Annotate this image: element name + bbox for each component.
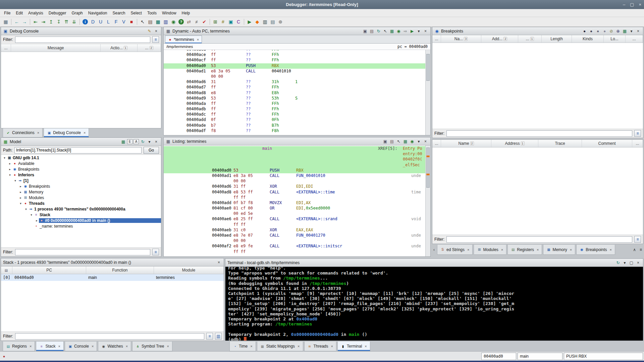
tab-console[interactable]: ▣Console× <box>65 342 97 351</box>
clear-icon[interactable]: ✎ <box>147 28 152 34</box>
terminal-body[interactable]: For help, type "help".Type "apropos word… <box>225 267 643 341</box>
tab-debug-console[interactable]: ▣Debug Console× <box>44 128 89 137</box>
copy-icon[interactable]: ▣ <box>362 28 368 34</box>
info-icon[interactable]: i <box>83 19 88 24</box>
model-tree[interactable]: ▾▣GNU gdb 14.1▸●Available▸◉Breakpoints▾●… <box>1 155 161 247</box>
close-icon[interactable]: × <box>126 344 128 348</box>
book-icon[interactable]: ▥ <box>261 18 269 25</box>
disasm-row[interactable]: 00400ad953??53hS <box>164 96 430 101</box>
listing-row[interactable]: 00400ad631 ffXOREDI,EDI <box>164 184 430 189</box>
menu-tools[interactable]: Tools <box>145 10 159 16</box>
paste-icon[interactable]: ▤ <box>369 28 375 34</box>
make-effective-icon[interactable]: ● <box>602 28 607 34</box>
debug-console-header[interactable]: ▣ Debug Console ✎× <box>1 27 161 35</box>
disasm-row-continuation[interactable]: 00 00 <box>164 74 430 79</box>
select-icon[interactable]: ↖ <box>139 18 146 25</box>
close-icon[interactable]: × <box>37 131 39 135</box>
disasm-row[interactable]: 00400adaff??FFh <box>164 101 430 107</box>
stack-body[interactable]: [0]00400ad0maintermmines <box>1 274 224 331</box>
close-icon[interactable]: × <box>30 344 32 348</box>
close-icon[interactable]: × <box>250 344 252 348</box>
column-header-5[interactable]: Kinds <box>572 35 604 43</box>
stack-header[interactable]: Stack - 1 process 4930 "termmines" 0x000… <box>1 258 224 266</box>
tree-node[interactable]: •_name: termmines <box>1 223 161 229</box>
listing-row-continuation[interactable]: ff ff <box>164 195 430 200</box>
menu-select[interactable]: Select <box>128 10 145 16</box>
stop-icon[interactable]: ■ <box>128 18 135 25</box>
tree-node-content[interactable]: ◉Breakpoints <box>12 167 41 172</box>
refresh-icon[interactable]: ↻ <box>615 260 621 265</box>
chevron-right-icon[interactable]: ▸ <box>35 219 39 222</box>
listing-row[interactable]: 00400ad8e8 53 ffCALL<EXTERNAL>::timetime <box>164 190 430 195</box>
menu-search[interactable]: Search <box>110 10 128 16</box>
compiler-icon[interactable]: C <box>235 18 242 25</box>
menu-down-icon[interactable]: ▾ <box>629 28 634 34</box>
copy-icon[interactable]: ▣ <box>382 139 388 144</box>
column-header-1[interactable]: Na...3 <box>441 35 481 43</box>
filter-input[interactable] <box>15 249 150 255</box>
tab-stack[interactable]: ≡Stack× <box>36 342 63 351</box>
disasm-row[interactable]: 00400acfff??FFh <box>164 58 430 63</box>
filter-options-button[interactable]: ≡ <box>152 249 159 255</box>
tree-node[interactable]: ▾≡Stack <box>1 212 161 218</box>
edit-a-icon[interactable]: A <box>133 139 139 144</box>
tab-terminal[interactable]: ▮Terminal× <box>337 342 370 351</box>
layout-icon[interactable]: ▤ <box>269 18 276 25</box>
tab-watches[interactable]: ◉Watches× <box>98 342 131 351</box>
tree-node-content[interactable]: ▦Memory <box>23 190 45 194</box>
close-icon[interactable]: × <box>570 248 572 252</box>
disasm-row[interactable]: 00400adcff??FFh <box>164 112 430 117</box>
table-view-icon[interactable]: ▦ <box>154 18 162 25</box>
column-header-2[interactable]: Actio...1 <box>101 44 138 52</box>
tab-list-icon[interactable]: ≡ <box>638 245 643 255</box>
column-header-2[interactable]: Address1 <box>491 140 538 147</box>
chevron-right-icon[interactable]: ▸ <box>18 185 23 188</box>
disasm-row[interactable]: 00400ad7ff??FFh <box>164 85 430 90</box>
scrollbar-thumb[interactable] <box>426 54 430 81</box>
tree-node[interactable]: ▾●Inferiors <box>1 172 161 178</box>
follow-icon[interactable]: ⇨ <box>402 28 408 34</box>
tab-registers[interactable]: ▤Registers× <box>507 245 542 255</box>
tab-symbol-tree[interactable]: ⋔Symbol Tree× <box>132 342 172 351</box>
disasm-row[interactable]: 00400adeb7??B7h <box>164 123 430 128</box>
listing-row[interactable]: 00400aeb31 c0XOREAX,EAX <box>164 228 430 233</box>
scrollbar[interactable] <box>425 50 430 135</box>
nav-forward-icon[interactable]: → <box>21 18 28 25</box>
menu-file[interactable]: File <box>1 10 13 16</box>
close-icon[interactable]: × <box>610 248 612 252</box>
tab-modules[interactable]: ⊞Modules× <box>474 245 506 255</box>
column-config-button[interactable]: ▥ <box>215 333 222 340</box>
menu-down-icon[interactable]: ▾ <box>416 28 422 34</box>
tab-threads[interactable]: ≋Threads× <box>304 342 336 351</box>
listing-header[interactable]: ▦ Listing: termmines ▣▤↖▦◉▾× <box>164 137 430 145</box>
column-header-0[interactable]: ... <box>1 44 11 52</box>
tab-connections[interactable]: ✔Connections× <box>3 128 43 137</box>
disasm-row[interactable]: 00400ad8e8??E8h <box>164 90 430 96</box>
snapshot-icon[interactable]: ◉ <box>396 28 401 34</box>
nav-back-icon[interactable]: ← <box>13 18 20 25</box>
menu-navigation[interactable]: Navigation <box>86 10 110 16</box>
select-icon[interactable]: ↖ <box>396 139 401 144</box>
tree-node-content[interactable]: ▣GNU gdb 14.1 <box>7 156 41 160</box>
jump-out-icon[interactable]: ↥ <box>47 18 55 25</box>
menu-help[interactable]: Help <box>179 10 193 16</box>
clear-all-icon[interactable]: ● <box>595 28 601 34</box>
column-header-0[interactable]: ... <box>432 35 441 43</box>
window-icon[interactable]: ▣ <box>227 18 234 25</box>
close-icon[interactable]: × <box>331 344 333 348</box>
disasm-row[interactable]: 00400acdff??FFh <box>164 50 430 52</box>
tree-node-content[interactable]: ⇒[1] <box>17 178 30 183</box>
close-icon[interactable]: × <box>635 260 641 265</box>
tab-regions[interactable]: ▤Regions× <box>3 342 35 351</box>
tree-node[interactable]: ▸●#0 0x0000000000400ad0 in main () <box>1 218 161 223</box>
chevron-right-icon[interactable]: ▸ <box>18 196 23 199</box>
filter-input[interactable] <box>446 236 632 243</box>
filter-input[interactable] <box>15 37 150 43</box>
scrollbar-thumb[interactable] <box>426 147 430 188</box>
tree-node-content[interactable]: ⇒1 process 4930 "termmines" 0x0000000000… <box>28 207 127 212</box>
column-header-6[interactable]: Lo... <box>604 35 626 43</box>
chevron-down-icon[interactable]: ▾ <box>13 179 17 182</box>
function-icon[interactable]: F <box>112 18 120 25</box>
listing-row-continuation[interactable]: ff ff <box>164 222 430 228</box>
tree-node[interactable]: ▸◉Breakpoints <box>1 166 161 172</box>
